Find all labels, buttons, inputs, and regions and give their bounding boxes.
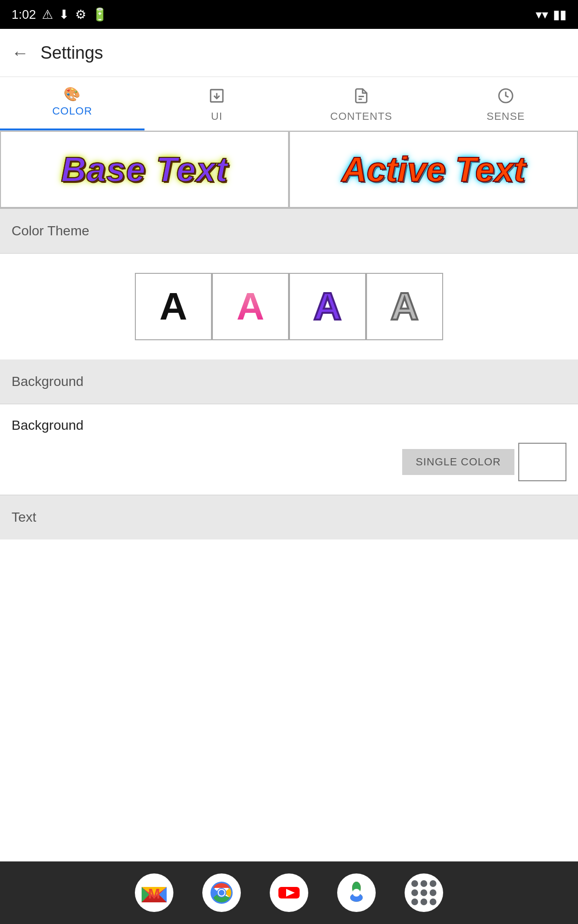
background-label: Background	[12, 374, 83, 389]
tab-contents-label: CONTENTS	[330, 110, 393, 123]
alert-icon: ⚠	[42, 7, 53, 22]
download-icon: ⬇	[59, 7, 69, 22]
base-text-display: Base Text	[61, 150, 228, 189]
tab-ui-label: UI	[211, 110, 223, 123]
color-theme-options: A A A A	[0, 254, 578, 359]
dock-youtube[interactable]	[270, 873, 308, 912]
tab-sense-label: SENSE	[486, 110, 525, 123]
background-section-header: Background	[0, 359, 578, 404]
settings-icon: ⚙	[75, 7, 86, 22]
tab-sense[interactable]: SENSE	[434, 77, 578, 130]
single-color-button[interactable]: SINGLE COLOR	[402, 449, 514, 475]
tab-ui[interactable]: UI	[144, 77, 289, 130]
status-time: 1:02	[12, 7, 36, 22]
battery-icon: 🔋	[92, 7, 107, 22]
theme-a-gray: A	[391, 284, 419, 329]
color-theme-section-header: Color Theme	[0, 209, 578, 253]
ui-tab-icon	[209, 88, 225, 106]
status-bar: 1:02 ⚠ ⬇ ⚙ 🔋 ▾▾ ▮▮	[0, 0, 578, 29]
preview-area: Base Text Active Text	[0, 131, 578, 209]
base-text-preview[interactable]: Base Text	[0, 131, 289, 208]
background-row-label: Background	[0, 404, 578, 438]
background-options-row: SINGLE COLOR	[0, 438, 578, 495]
tab-bar: 🎨 COLOR UI CONTENTS	[0, 77, 578, 131]
dock-apps[interactable]	[405, 873, 443, 912]
text-section-label: Text	[12, 510, 36, 525]
apps-grid	[405, 873, 443, 912]
bottom-dock: M	[0, 861, 578, 924]
signal-icon: ▮▮	[553, 7, 566, 22]
color-theme-label: Color Theme	[12, 223, 89, 238]
theme-option-plain[interactable]: A	[135, 273, 212, 340]
theme-option-purple[interactable]: A	[289, 273, 366, 340]
color-tab-icon: 🎨	[64, 88, 81, 101]
fill-space	[0, 539, 578, 636]
theme-a-plain: A	[159, 284, 187, 329]
dock-photos[interactable]	[337, 873, 376, 912]
svg-point-11	[219, 890, 224, 896]
theme-a-pink: A	[236, 284, 264, 329]
page-title: Settings	[40, 43, 103, 63]
theme-a-purple: A	[314, 284, 342, 329]
svg-point-20	[353, 889, 360, 897]
svg-text:M: M	[148, 886, 160, 901]
active-text-display: Active Text	[342, 150, 525, 189]
sense-tab-icon	[498, 88, 514, 106]
dock-chrome[interactable]	[202, 873, 241, 912]
white-color-option[interactable]	[518, 443, 566, 481]
dock-gmail[interactable]: M	[135, 873, 173, 912]
theme-option-gray[interactable]: A	[366, 273, 443, 340]
tab-color[interactable]: 🎨 COLOR	[0, 77, 144, 130]
tab-color-label: COLOR	[52, 105, 92, 117]
wifi-icon: ▾▾	[536, 7, 548, 22]
text-section-header: Text	[0, 495, 578, 539]
theme-option-pink[interactable]: A	[212, 273, 289, 340]
top-bar: ← Settings	[0, 29, 578, 77]
back-button[interactable]: ←	[12, 43, 29, 63]
active-text-preview[interactable]: Active Text	[289, 131, 578, 208]
contents-tab-icon	[353, 88, 369, 106]
tab-contents[interactable]: CONTENTS	[289, 77, 434, 130]
